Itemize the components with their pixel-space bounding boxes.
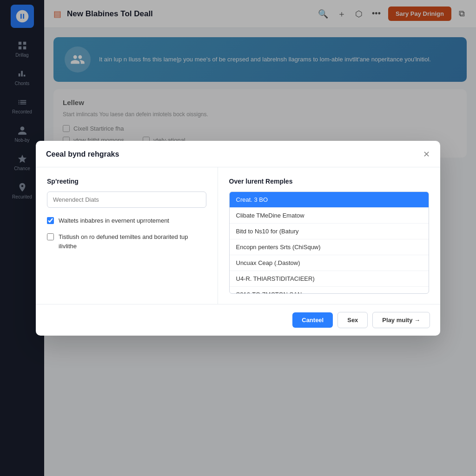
save-button[interactable]: Sex	[337, 312, 368, 328]
modal-checkbox-1-input[interactable]	[47, 217, 54, 224]
modal-checkbox-2-label: Tistlush on ro defuned temiltes and bora…	[59, 232, 206, 251]
list-item-0[interactable]: Creat. 3 BO	[230, 192, 429, 208]
modal-checkbox-1: Waltets inbabres in evernent uprrotement	[47, 216, 206, 225]
cancel-button[interactable]: Canteel	[292, 312, 333, 328]
list-item-6[interactable]: S216-TO ZMCTON SAN	[230, 287, 429, 294]
modal-checkbox-2: Tistlush on ro defuned temiltes and bora…	[47, 232, 206, 251]
modal-left-panel: Sp'reeting Waltets inbabres in evernent …	[36, 167, 218, 304]
modal-search-input[interactable]	[47, 192, 206, 208]
modal-footer: Canteel Sex Play muity →	[36, 304, 440, 336]
modal-dialog: Ceeal bynd rehgraks ✕ Sp'reeting Waltets…	[36, 141, 440, 336]
list-item-1[interactable]: Clibate TMeDine Ematow	[230, 208, 429, 224]
modal-left-title: Sp'reeting	[47, 178, 206, 185]
modal-checkbox-2-input[interactable]	[47, 233, 54, 240]
list-item-4[interactable]: Uncuax Ceap (.Dastow)	[230, 255, 429, 271]
modal-close-button[interactable]: ✕	[423, 149, 430, 159]
modal-right-title: Over lurent Remples	[229, 178, 430, 185]
modal-overlay[interactable]: Ceeal bynd rehgraks ✕ Sp'reeting Waltets…	[0, 0, 476, 476]
play-button[interactable]: Play muity →	[372, 312, 430, 328]
modal-header: Ceeal bynd rehgraks ✕	[36, 141, 440, 167]
modal-right-panel: Over lurent Remples Creat. 3 BO Clibate …	[218, 167, 441, 304]
modal-body: Sp'reeting Waltets inbabres in evernent …	[36, 167, 440, 304]
modal-checkbox-1-label: Waltets inbabres in evernent uprrotement	[59, 216, 169, 225]
modal-title: Ceeal bynd rehgraks	[46, 150, 119, 159]
list-item-3[interactable]: Encopn penters Srts (ChiSquw)	[230, 239, 429, 255]
list-item-5[interactable]: U4-R. THIARSTIDITACIEER)	[230, 271, 429, 287]
list-box[interactable]: Creat. 3 BO Clibate TMeDine Ematow Bitd …	[229, 192, 430, 294]
list-item-2[interactable]: Bitd to Ns10 for (Batury	[230, 224, 429, 239]
